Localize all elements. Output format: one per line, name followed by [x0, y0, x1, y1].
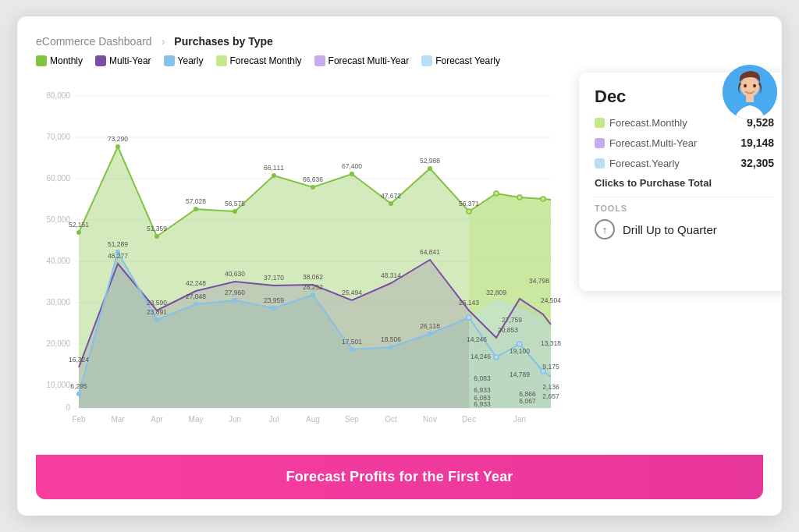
- data-label: 51,289: [108, 240, 128, 248]
- monthly-dot: [233, 209, 237, 214]
- tooltip-row-text: Forecast.Yearly: [609, 158, 680, 169]
- data-label: 26,118: [420, 322, 440, 330]
- data-label: 19,100: [510, 347, 530, 355]
- monthly-dot: [428, 166, 432, 171]
- data-label: 51,359: [147, 225, 167, 232]
- tooltip-tools-label: TOOLS: [595, 204, 774, 213]
- legend-label: Forecast Yearly: [435, 55, 500, 66]
- tooltip-row-value: 32,305: [740, 157, 774, 169]
- legend-color: [95, 55, 106, 66]
- data-label: 18,506: [381, 335, 401, 343]
- data-label: 67,400: [342, 162, 362, 170]
- data-label: 48,314: [381, 271, 401, 279]
- tooltip-color-box: [595, 158, 605, 168]
- x-axis-label: Mar: [111, 415, 125, 424]
- data-label: 28,252: [303, 283, 323, 291]
- tooltip-color-box: [595, 138, 605, 148]
- legend-label: Forecast Multi-Year: [328, 55, 410, 66]
- data-label: 6,933: [474, 386, 491, 394]
- legend-item: Forecast Monthly: [216, 55, 302, 66]
- forecast-yearly-dot: [517, 342, 522, 346]
- yearly-dot: [350, 347, 354, 352]
- yearly-dot: [389, 345, 393, 349]
- svg-text:40,000: 40,000: [46, 257, 70, 265]
- svg-text:50,000: 50,000: [46, 215, 70, 224]
- yearly-dot: [194, 302, 198, 307]
- data-label: 6,083: [474, 374, 491, 382]
- x-axis-label: Nov: [423, 415, 437, 424]
- svg-text:70,000: 70,000: [46, 133, 70, 141]
- tooltip-color-box: [595, 118, 605, 128]
- legend-color: [216, 55, 227, 66]
- data-label: 27,048: [186, 293, 206, 300]
- data-label: 6,067: [519, 397, 536, 405]
- data-label: 25,143: [459, 299, 479, 307]
- svg-text:80,000: 80,000: [46, 91, 70, 100]
- data-label: 40,630: [225, 270, 245, 278]
- legend-item: Forecast Multi-Year: [314, 55, 410, 66]
- data-label: 13,318: [541, 339, 561, 347]
- drill-up-icon: ↑: [595, 219, 615, 239]
- data-label: 14,246: [467, 335, 487, 343]
- drill-up-button[interactable]: ↑ Drill Up to Quarter: [595, 219, 717, 239]
- x-axis-label: Jun: [229, 415, 241, 424]
- data-label: 57,028: [186, 197, 206, 205]
- forecast-monthly-dot: [517, 195, 522, 200]
- tooltip-row-text: Forecast.Multi-Year: [609, 137, 697, 149]
- legend-item: Yearly: [164, 55, 204, 66]
- svg-text:30,000: 30,000: [46, 298, 70, 307]
- data-label: 2,657: [542, 392, 559, 400]
- x-axis-label: Dec: [462, 415, 476, 424]
- legend-label: Multi-Year: [109, 55, 151, 66]
- data-label: 23,590: [147, 299, 167, 307]
- svg-text:60,000: 60,000: [46, 174, 70, 183]
- data-label: 14,789: [510, 371, 530, 378]
- forecast-monthly-dot: [541, 197, 545, 201]
- yearly-dot: [272, 306, 276, 310]
- monthly-dot: [115, 144, 120, 149]
- tooltip-row: Forecast.Yearly 32,305: [595, 157, 774, 169]
- data-label: 47,672: [381, 192, 401, 200]
- svg-point-21: [744, 84, 747, 87]
- data-label: 66,111: [264, 164, 284, 172]
- breadcrumb-separator: ›: [162, 35, 165, 48]
- tooltip-panel: Dec Forecast.Monthly 9,528 Forecast.Mult…: [579, 73, 782, 291]
- dashboard-card: eCommerce Dashboard › Purchases by Type …: [17, 16, 782, 516]
- avatar: [723, 65, 777, 119]
- chart-section: 80,000 70,000 60,000 50,000 40,000 30,00…: [36, 73, 763, 447]
- data-label: 64,841: [420, 248, 440, 256]
- tooltip-row-text: Forecast.Monthly: [609, 117, 687, 129]
- legend-color: [36, 55, 47, 66]
- header: eCommerce Dashboard › Purchases by Type: [36, 35, 763, 48]
- data-label: 27,960: [225, 289, 245, 296]
- legend-item: Forecast Yearly: [421, 55, 500, 66]
- data-label: 23,891: [147, 308, 167, 316]
- data-label: 38,062: [303, 273, 323, 281]
- monthly-dot: [272, 173, 276, 178]
- svg-rect-20: [746, 96, 754, 102]
- drill-up-label: Drill Up to Quarter: [623, 223, 717, 236]
- data-label: 20,853: [498, 326, 518, 334]
- forecast-yearly-dot: [494, 355, 499, 360]
- legend-color: [421, 55, 432, 66]
- data-label: 42,248: [186, 279, 206, 287]
- svg-text:10,000: 10,000: [46, 381, 70, 389]
- x-axis-label: Sep: [345, 415, 359, 424]
- chart-area: 80,000 70,000 60,000 50,000 40,000 30,00…: [36, 73, 566, 447]
- forecast-profits-button[interactable]: Forecast Profits for the First Year: [36, 455, 763, 499]
- tooltip-row-label: Forecast.Monthly: [595, 117, 687, 129]
- data-label: 24,504: [541, 296, 561, 304]
- tooltip-rows: Forecast.Monthly 9,528 Forecast.Multi-Ye…: [595, 116, 774, 169]
- tooltip-row: Forecast.Multi-Year 19,148: [595, 137, 774, 149]
- yearly-dot: [154, 317, 159, 322]
- legend-label: Monthly: [50, 55, 83, 66]
- data-label: 25,494: [342, 289, 362, 296]
- x-axis-label: Oct: [385, 415, 397, 424]
- legend-color: [314, 55, 325, 66]
- x-axis-label: Jul: [269, 415, 279, 424]
- chart-svg: 80,000 70,000 60,000 50,000 40,000 30,00…: [36, 73, 566, 447]
- data-label: 23,959: [264, 296, 284, 304]
- data-label: 6,933: [474, 400, 491, 408]
- monthly-dot: [76, 230, 81, 235]
- data-label: 37,170: [264, 274, 284, 282]
